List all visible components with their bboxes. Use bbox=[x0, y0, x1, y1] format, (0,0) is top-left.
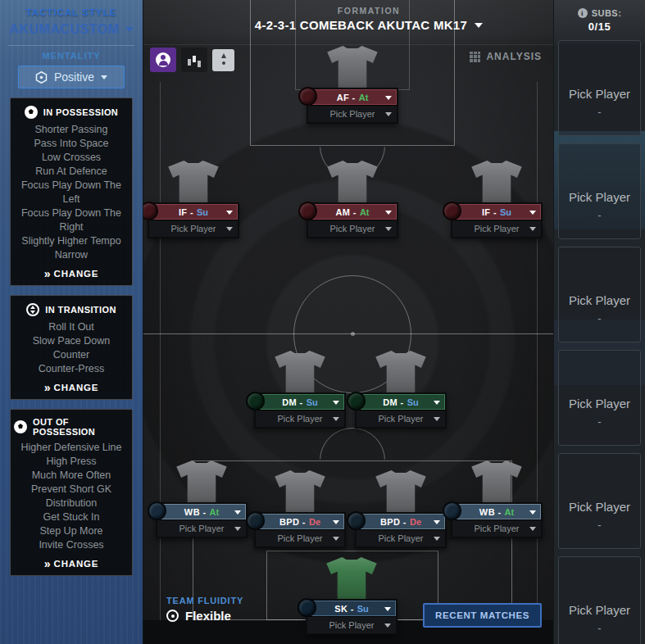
stats-view-button[interactable] bbox=[181, 48, 207, 72]
up-arrow-dot-icon bbox=[220, 53, 228, 66]
instruction-item: Focus Play Down The Left bbox=[14, 179, 129, 206]
in-possession-panel: IN POSSESSION Shorter PassingPass Into S… bbox=[10, 98, 133, 286]
role-label: BPD - bbox=[279, 517, 306, 527]
role-disc-icon bbox=[298, 87, 317, 106]
bench-slot[interactable]: Pick Player - bbox=[558, 40, 641, 136]
in-transition-change-button[interactable]: » CHANGE bbox=[14, 376, 129, 394]
duty-label: At bbox=[210, 507, 220, 517]
instruction-item: Focus Play Down The Right bbox=[14, 206, 129, 234]
instruction-item: Shorter Passing bbox=[14, 123, 129, 137]
role-disc-icon bbox=[246, 392, 265, 410]
bench-pick-player-label: Pick Player bbox=[569, 500, 630, 514]
tactical-style-dropdown[interactable]: AKUMACUSTOM bbox=[0, 22, 143, 37]
instruction-item: Roll It Out bbox=[14, 320, 129, 334]
pick-player-dropdown[interactable]: Pick Player bbox=[307, 616, 396, 633]
subs-header: i SUBS: 0/15 bbox=[554, 0, 645, 33]
chevron-down-icon bbox=[434, 520, 440, 524]
pick-player-dropdown[interactable]: Pick Player bbox=[256, 529, 344, 546]
bench-pick-player-label: Pick Player bbox=[569, 603, 630, 617]
bench-pick-player-label: Pick Player bbox=[569, 87, 630, 101]
pick-player-label: Pick Player bbox=[378, 414, 423, 424]
role-label: SK - bbox=[334, 604, 354, 614]
mentality-title: MENTALITY bbox=[0, 51, 143, 61]
bench-empty-value: - bbox=[597, 519, 601, 531]
duty-label: De bbox=[410, 517, 421, 527]
pick-player-dropdown[interactable]: Pick Player bbox=[308, 220, 397, 237]
chevron-down-icon bbox=[434, 401, 440, 405]
pitch-view-toolbar bbox=[150, 48, 234, 72]
role-dropdown[interactable]: AM - At bbox=[308, 204, 397, 220]
instruction-item: Pass Into Space bbox=[14, 137, 129, 151]
out-of-possession-items: Higher Defensive LineHigh PressMuch More… bbox=[14, 441, 129, 552]
role-dropdown[interactable]: AF - At bbox=[308, 89, 397, 105]
chevron-down-icon bbox=[529, 510, 536, 515]
player-view-button[interactable] bbox=[150, 48, 176, 72]
bench-slot[interactable]: Pick Player - bbox=[558, 453, 641, 549]
pitch-direction-button[interactable] bbox=[212, 49, 234, 71]
pick-player-label: Pick Player bbox=[474, 224, 519, 234]
chevron-down-icon bbox=[385, 112, 392, 116]
pick-player-dropdown[interactable]: Pick Player bbox=[157, 519, 246, 537]
player-shirt bbox=[325, 557, 378, 605]
pick-player-dropdown[interactable]: Pick Player bbox=[357, 529, 445, 546]
player-shirt bbox=[375, 351, 427, 398]
chevron-down-icon bbox=[226, 211, 233, 215]
role-dropdown[interactable]: IF - Su bbox=[149, 204, 238, 220]
analysis-label: ANALYSIS bbox=[486, 51, 542, 62]
position-unit: DM - Su Pick Player bbox=[355, 392, 447, 429]
center-spot bbox=[351, 332, 355, 336]
person-icon bbox=[156, 52, 170, 67]
team-fluidity: TEAM FLUIDITY Flexible bbox=[166, 596, 243, 623]
bench-empty-value: - bbox=[597, 209, 601, 221]
chevron-down-icon bbox=[226, 227, 233, 231]
tactical-style-value: AKUMACUSTOM bbox=[9, 22, 119, 37]
chevron-down-icon bbox=[385, 227, 392, 231]
role-dropdown[interactable]: SK - Su bbox=[307, 601, 396, 616]
role-dropdown[interactable]: WB - At bbox=[157, 504, 246, 519]
chevron-down-icon bbox=[384, 607, 391, 611]
role-disc-icon bbox=[148, 501, 166, 520]
pick-player-label: Pick Player bbox=[277, 414, 322, 424]
formation-header: FORMATION 4-2-3-1 COMEBACK AKUTAC MK17 bbox=[238, 6, 500, 32]
role-dropdown[interactable]: WB - At bbox=[452, 504, 541, 519]
in-transition-items: Roll It OutSlow Pace DownCounterCounter-… bbox=[14, 320, 129, 376]
pick-player-dropdown[interactable]: Pick Player bbox=[256, 410, 344, 427]
recent-matches-button[interactable]: RECENT MATCHES bbox=[423, 603, 542, 628]
pick-player-dropdown[interactable]: Pick Player bbox=[308, 105, 397, 122]
role-dropdown[interactable]: DM - Su bbox=[256, 394, 344, 410]
out-of-possession-change-button[interactable]: » CHANGE bbox=[14, 552, 129, 570]
pick-player-dropdown[interactable]: Pick Player bbox=[452, 220, 541, 237]
tactics-screen: TACTICAL STYLE AKUMACUSTOM MENTALITY Pos… bbox=[0, 0, 645, 644]
role-dropdown[interactable]: DM - Su bbox=[357, 394, 445, 410]
bench-pick-player-label: Pick Player bbox=[569, 190, 630, 204]
in-possession-change-button[interactable]: » CHANGE bbox=[14, 262, 129, 280]
position-unit: BPD - De Pick Player bbox=[355, 512, 447, 548]
player-shirt bbox=[326, 46, 379, 93]
subs-sidebar: i SUBS: 0/15 Pick Player - Pick Player -… bbox=[553, 0, 645, 644]
chevron-down-icon bbox=[475, 23, 483, 28]
duty-label: Su bbox=[197, 207, 208, 217]
role-dropdown[interactable]: BPD - De bbox=[256, 514, 344, 529]
analysis-button[interactable]: ANALYSIS bbox=[470, 51, 542, 62]
instruction-item: Much More Often bbox=[14, 469, 129, 483]
bar-chart-icon bbox=[188, 54, 201, 66]
right-touchline bbox=[537, 82, 538, 620]
bench-slot[interactable]: Pick Player - bbox=[558, 143, 641, 239]
role-label: AM - bbox=[335, 207, 356, 217]
player-shirt bbox=[274, 470, 326, 518]
role-dropdown[interactable]: IF - Su bbox=[452, 204, 541, 220]
formation-dropdown[interactable]: 4-2-3-1 COMEBACK AKUTAC MK17 bbox=[238, 18, 500, 32]
pick-player-dropdown[interactable]: Pick Player bbox=[452, 519, 541, 537]
instruction-item: Prevent Short GK Distribution bbox=[14, 483, 129, 510]
bench-slot[interactable]: Pick Player - bbox=[558, 556, 641, 644]
role-dropdown[interactable]: BPD - De bbox=[357, 514, 445, 529]
bench-slot[interactable]: Pick Player - bbox=[558, 247, 641, 342]
mentality-dropdown[interactable]: Positive bbox=[18, 66, 125, 88]
pick-player-dropdown[interactable]: Pick Player bbox=[357, 410, 445, 427]
pick-player-label: Pick Player bbox=[179, 524, 224, 533]
position-unit: AF - At Pick Player bbox=[307, 88, 398, 124]
bench-slot[interactable]: Pick Player - bbox=[558, 350, 641, 446]
position-unit: BPD - De Pick Player bbox=[254, 512, 346, 548]
position-unit: WB - At Pick Player bbox=[451, 502, 543, 538]
pick-player-dropdown[interactable]: Pick Player bbox=[149, 220, 238, 237]
